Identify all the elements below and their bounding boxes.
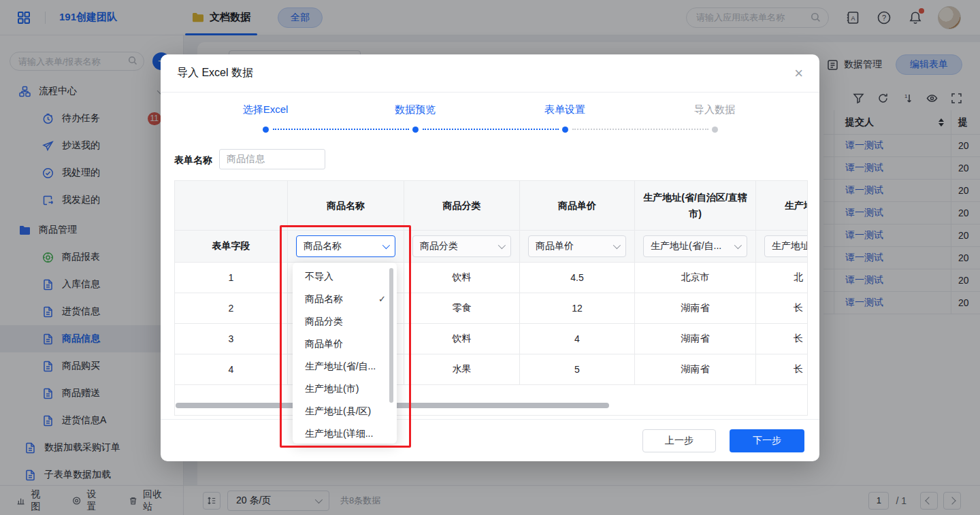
step-line <box>273 129 409 130</box>
dropdown-option-province[interactable]: 生产地址(省/自... <box>293 355 397 378</box>
form-name-label: 表单名称 <box>174 154 212 167</box>
dropdown-option-city[interactable]: 生产地址(市) <box>293 378 397 400</box>
field-select-dropdown: 不导入 商品名称 商品分类 商品单价 生产地址(省/自... 生产地址(市) 生… <box>293 263 397 444</box>
next-step-button[interactable]: 下一步 <box>730 429 804 452</box>
dropdown-option-product-name[interactable]: 商品名称 <box>293 288 397 310</box>
chevron-down-icon <box>498 242 506 249</box>
field-select-city-clipped[interactable]: 生产地址(市 <box>764 235 808 257</box>
field-select-product-category[interactable]: 商品分类 <box>412 235 511 257</box>
field-select-province[interactable]: 生产地址(省/自... <box>643 235 747 257</box>
field-mapping-row: 表单字段 商品名称 商品分类 <box>175 231 808 263</box>
chevron-down-icon <box>734 242 742 249</box>
step-form-settings[interactable]: 表单设置 <box>517 103 612 116</box>
step-dot <box>412 127 419 133</box>
modal-header: 导入 Excel 数据 × <box>161 54 819 93</box>
previous-step-button[interactable]: 上一步 <box>642 429 716 452</box>
data-row: 2 零食 12 湖南省 长 <box>175 293 808 324</box>
chevron-down-icon <box>613 242 621 249</box>
step-dot <box>712 127 718 133</box>
dropdown-scrollbar[interactable] <box>389 268 393 403</box>
step-dot <box>263 127 269 133</box>
modal-footer: 上一步 下一步 <box>161 419 819 461</box>
field-select-product-name[interactable]: 商品名称 <box>296 235 395 257</box>
col-header-clipped: 生产地 <box>756 181 808 230</box>
step-line <box>572 129 708 130</box>
form-name-input[interactable] <box>219 149 325 169</box>
import-excel-modal: 导入 Excel 数据 × 选择Excel 数据预览 表单设置 导入数据 表单名… <box>161 54 819 461</box>
close-icon[interactable]: × <box>794 66 803 81</box>
chevron-down-icon <box>382 242 390 249</box>
screen: 191创建团队 文档数据 全部 A ? <box>0 0 980 515</box>
dropdown-option-detail[interactable]: 生产地址(详细... <box>293 422 397 444</box>
col-header: 生产地址(省/自治区/直辖市) <box>635 181 756 230</box>
col-header: 商品单价 <box>520 181 635 230</box>
modal-title: 导入 Excel 数据 <box>177 66 253 80</box>
dropdown-option-product-category[interactable]: 商品分类 <box>293 310 397 333</box>
field-select-product-price[interactable]: 商品单价 <box>528 235 626 257</box>
check-icon <box>378 294 386 304</box>
data-row: 1 饮料 4.5 北京市 北 <box>175 263 808 293</box>
mapping-table-viewport: 商品名称 商品分类 商品单价 生产地址(省/自治区/直辖市) 生产地 表单字段 … <box>174 180 808 416</box>
step-line <box>423 129 559 130</box>
step-select-excel[interactable]: 选择Excel <box>218 103 313 116</box>
mapping-table: 商品名称 商品分类 商品单价 生产地址(省/自治区/直辖市) 生产地 表单字段 … <box>175 181 808 385</box>
dropdown-option-product-price[interactable]: 商品单价 <box>293 333 397 355</box>
data-row: 3 饮料 4 湖南省 长 <box>175 324 808 354</box>
field-row-label: 表单字段 <box>175 231 288 262</box>
step-import-data[interactable]: 导入数据 <box>667 103 762 116</box>
mapping-header-row: 商品名称 商品分类 商品单价 生产地址(省/自治区/直辖市) 生产地 <box>175 181 808 231</box>
data-row: 4 水果 5 湖南省 长 <box>175 354 808 385</box>
dropdown-option-no-import[interactable]: 不导入 <box>293 265 397 288</box>
dropdown-option-district[interactable]: 生产地址(县/区) <box>293 400 397 422</box>
col-header: 商品分类 <box>404 181 520 230</box>
step-data-preview[interactable]: 数据预览 <box>368 103 463 116</box>
col-header: 商品名称 <box>288 181 404 230</box>
step-dot <box>562 127 568 133</box>
